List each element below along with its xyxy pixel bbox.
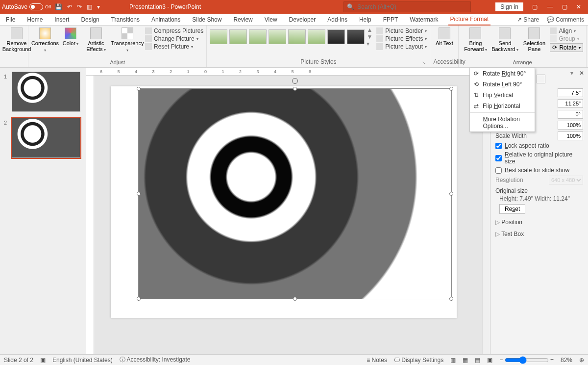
zoom-level[interactable]: 82% <box>561 357 572 364</box>
style-thumb[interactable] <box>269 29 286 44</box>
artistic-effects-button[interactable]: Artistic Effects <box>82 26 110 52</box>
picture-layout-button[interactable]: Picture Layout <box>376 43 427 50</box>
send-backward-button[interactable]: Send Backward <box>491 26 518 52</box>
rotate-right-90[interactable]: ⟳Rotate Right 90° <box>470 68 535 79</box>
picture-border-button[interactable]: Picture Border <box>376 27 427 34</box>
relative-size-checkbox[interactable]: Relative to original picture size <box>495 151 583 165</box>
display-settings-button[interactable]: 🖵 Display Settings <box>394 357 443 364</box>
notes-button[interactable]: ≡ Notes <box>367 357 387 364</box>
flip-horizontal[interactable]: ⇄Flip Horizontal <box>470 101 535 111</box>
style-thumb[interactable] <box>229 29 247 44</box>
textbox-section[interactable]: Text Box <box>495 231 583 237</box>
tab-insert[interactable]: Insert <box>52 14 71 25</box>
comments-button[interactable]: 💬 Comments <box>547 16 584 23</box>
reset-button[interactable]: Reset <box>499 204 525 214</box>
tab-help[interactable]: Help <box>357 14 373 25</box>
share-button[interactable]: ↗ Share <box>517 16 539 23</box>
slideshow-view-icon[interactable]: ▣ <box>487 357 492 364</box>
status-slide-count[interactable]: Slide 2 of 2 <box>4 357 33 364</box>
reset-picture-button[interactable]: Reset Picture <box>145 43 203 50</box>
tab-design[interactable]: Design <box>79 14 101 25</box>
search-box[interactable]: 🔍 <box>343 1 471 12</box>
resize-handle[interactable] <box>293 297 297 301</box>
pane-scale-height-input[interactable] <box>558 121 583 130</box>
resize-handle[interactable] <box>449 192 453 196</box>
align-button[interactable]: Align <box>550 27 583 34</box>
slide-thumb-2[interactable] <box>12 118 80 158</box>
position-section[interactable]: Position <box>495 219 583 226</box>
toggle-off-icon[interactable] <box>29 3 43 10</box>
picture-tab-icon[interactable] <box>537 75 545 83</box>
style-thumb[interactable] <box>249 29 267 44</box>
tab-watermark[interactable]: Watermark <box>408 14 440 25</box>
resize-handle[interactable] <box>449 297 453 301</box>
tab-developer[interactable]: Developer <box>287 14 318 25</box>
tab-addins[interactable]: Add-ins <box>325 14 349 25</box>
group-button[interactable]: Group <box>550 35 583 42</box>
corrections-button[interactable]: Corrections <box>31 26 59 53</box>
close-icon[interactable]: ✕ <box>576 3 581 10</box>
change-picture-button[interactable]: Change Picture <box>145 35 203 42</box>
reading-view-icon[interactable]: ▤ <box>475 357 480 364</box>
style-thumb[interactable] <box>347 29 365 44</box>
resize-handle[interactable] <box>137 87 141 91</box>
slide-canvas[interactable] <box>94 76 482 354</box>
best-scale-checkbox[interactable]: Best scale for slide show <box>495 167 583 174</box>
lock-aspect-checkbox[interactable]: Lock aspect ratio <box>495 142 583 149</box>
style-thumb[interactable] <box>288 29 306 44</box>
rotate-left-90[interactable]: ⟲Rotate Left 90° <box>470 79 535 90</box>
pane-width-input[interactable] <box>558 99 583 108</box>
sign-in-button[interactable]: Sign in <box>495 2 523 11</box>
accessibility-icon[interactable]: ⓘ Accessibility: Investigate <box>120 356 191 364</box>
undo-icon[interactable]: ↶ <box>67 3 72 10</box>
normal-view-icon[interactable]: ▥ <box>450 357 456 364</box>
slide-thumb-1[interactable] <box>12 72 80 112</box>
search-input[interactable] <box>357 3 467 10</box>
rotation-handle[interactable] <box>292 78 298 84</box>
pane-close-icon[interactable]: ✕ <box>579 70 584 77</box>
more-rotation-options[interactable]: More Rotation Options... <box>470 114 535 131</box>
redo-icon[interactable]: ↷ <box>77 3 82 10</box>
minimize-icon[interactable]: — <box>547 3 553 10</box>
tab-picture-format[interactable]: Picture Format <box>448 14 491 26</box>
pane-scale-width-input[interactable] <box>558 131 583 140</box>
zoom-slider[interactable]: − + <box>499 356 554 364</box>
status-language[interactable]: English (United States) <box>52 357 113 364</box>
rotate-button[interactable]: ⟳Rotate▾ <box>550 43 583 52</box>
tab-file[interactable]: File <box>4 14 17 25</box>
selected-picture[interactable] <box>138 88 452 299</box>
gallery-up-icon[interactable]: ▲ <box>367 26 372 33</box>
flip-vertical[interactable]: ⇅Flip Vertical <box>470 90 535 101</box>
pane-collapse-icon[interactable]: ▾ <box>570 70 573 77</box>
style-thumb[interactable] <box>308 29 325 44</box>
bring-forward-button[interactable]: Bring Forward <box>462 26 489 52</box>
resize-handle[interactable] <box>137 297 141 301</box>
pane-rotation-input[interactable] <box>558 110 583 119</box>
sorter-view-icon[interactable]: ▦ <box>463 357 468 364</box>
tab-home[interactable]: Home <box>25 14 45 25</box>
resize-handle[interactable] <box>293 87 297 91</box>
gallery-down-icon[interactable]: ▼ <box>367 33 372 40</box>
tab-animations[interactable]: Animations <box>149 14 182 25</box>
style-thumb[interactable] <box>327 29 345 44</box>
selection-pane-button[interactable]: Selection Pane <box>520 26 548 52</box>
ribbon-display-icon[interactable]: ▢ <box>532 3 538 10</box>
pane-height-input[interactable] <box>558 88 583 97</box>
start-from-beginning-icon[interactable]: ▥ <box>87 3 92 10</box>
tab-fppt[interactable]: FPPT <box>381 14 400 25</box>
picture-styles-gallery[interactable]: ▲▼▾ <box>210 26 372 47</box>
dialog-launcher-icon[interactable]: ↘ <box>450 60 454 65</box>
transparency-button[interactable]: Transparency <box>112 26 143 53</box>
gallery-more-icon[interactable]: ▾ <box>367 40 372 47</box>
tab-transitions[interactable]: Transitions <box>109 14 142 25</box>
spellcheck-icon[interactable]: ▣ <box>40 357 46 364</box>
maximize-icon[interactable]: ▢ <box>562 3 567 10</box>
remove-background-button[interactable]: Remove Background <box>3 26 30 52</box>
color-button[interactable]: Color <box>61 26 80 47</box>
autosave-toggle[interactable]: AutoSave Off <box>2 3 51 10</box>
resize-handle[interactable] <box>449 87 453 91</box>
resize-handle[interactable] <box>137 192 141 196</box>
alt-text-button[interactable]: Alt Text <box>433 26 455 46</box>
qat-more-icon[interactable]: ▾ <box>97 3 100 10</box>
tab-slideshow[interactable]: Slide Show <box>190 14 223 25</box>
